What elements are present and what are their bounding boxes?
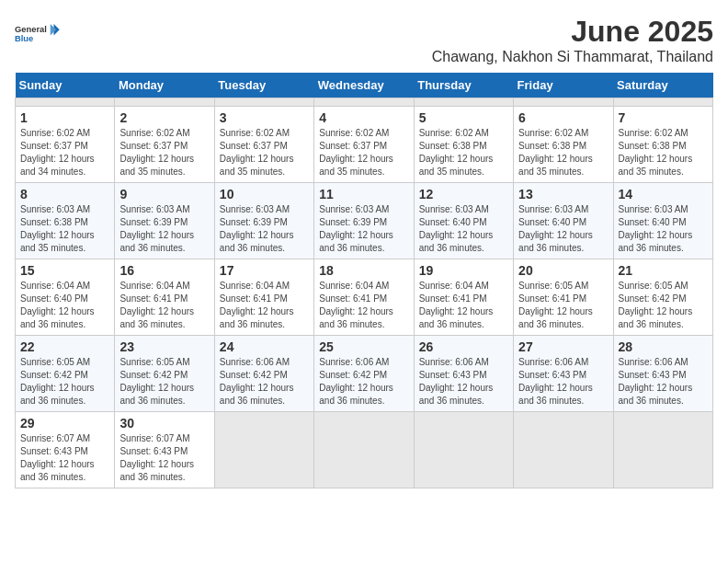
sunset-label: Sunset: 6:43 PM — [20, 446, 88, 456]
sunset-label: Sunset: 6:39 PM — [119, 217, 188, 227]
sunset-label: Sunset: 6:42 PM — [220, 370, 288, 380]
sunset-label: Sunset: 6:38 PM — [20, 217, 88, 227]
day-info: Sunrise: 6:02 AM Sunset: 6:37 PM Dayligh… — [20, 127, 109, 178]
sunrise-label: Sunrise: 6:05 AM — [518, 281, 588, 291]
month-title: June 2025 — [432, 15, 713, 49]
table-row: 13 Sunrise: 6:03 AM Sunset: 6:40 PM Dayl… — [514, 183, 613, 259]
table-row — [414, 98, 513, 107]
day-info: Sunrise: 6:04 AM Sunset: 6:41 PM Dayligh… — [319, 280, 408, 331]
daylight-label: Daylight: 12 hours and 36 minutes. — [518, 230, 593, 253]
sunrise-label: Sunrise: 6:02 AM — [220, 128, 290, 138]
table-row — [214, 98, 313, 107]
table-row: 12 Sunrise: 6:03 AM Sunset: 6:40 PM Dayl… — [414, 183, 513, 259]
calendar-week-row — [16, 98, 713, 107]
table-row: 1 Sunrise: 6:02 AM Sunset: 6:37 PM Dayli… — [16, 107, 115, 183]
day-info: Sunrise: 6:04 AM Sunset: 6:41 PM Dayligh… — [419, 280, 508, 331]
table-row — [16, 98, 115, 107]
table-row — [115, 98, 214, 107]
table-row: 23 Sunrise: 6:05 AM Sunset: 6:42 PM Dayl… — [115, 336, 214, 412]
day-number: 6 — [518, 110, 608, 125]
daylight-label: Daylight: 12 hours and 36 minutes. — [220, 230, 294, 253]
sunrise-label: Sunrise: 6:04 AM — [119, 281, 189, 291]
daylight-label: Daylight: 12 hours and 35 minutes. — [20, 230, 95, 253]
sunrise-label: Sunrise: 6:02 AM — [419, 128, 489, 138]
day-number: 25 — [319, 339, 408, 354]
sunset-label: Sunset: 6:37 PM — [220, 141, 288, 151]
day-info: Sunrise: 6:02 AM Sunset: 6:37 PM Dayligh… — [220, 127, 309, 178]
day-number: 2 — [119, 110, 209, 125]
sunset-label: Sunset: 6:37 PM — [119, 141, 188, 151]
sunrise-label: Sunrise: 6:03 AM — [20, 204, 90, 214]
table-row — [214, 412, 313, 488]
table-row: 6 Sunrise: 6:02 AM Sunset: 6:38 PM Dayli… — [514, 107, 613, 183]
sunset-label: Sunset: 6:41 PM — [119, 293, 188, 304]
sunrise-label: Sunrise: 6:04 AM — [20, 281, 90, 291]
table-row: 9 Sunrise: 6:03 AM Sunset: 6:39 PM Dayli… — [115, 183, 214, 259]
sunrise-label: Sunrise: 6:02 AM — [119, 128, 189, 138]
sunrise-label: Sunrise: 6:06 AM — [220, 357, 290, 367]
table-row: 24 Sunrise: 6:06 AM Sunset: 6:42 PM Dayl… — [214, 336, 313, 412]
daylight-label: Daylight: 12 hours and 36 minutes. — [419, 306, 494, 329]
page-header: General Blue June 2025 Chawang, Nakhon S… — [15, 15, 713, 65]
day-info: Sunrise: 6:02 AM Sunset: 6:38 PM Dayligh… — [518, 127, 608, 178]
sunrise-label: Sunrise: 6:06 AM — [319, 357, 389, 367]
sunset-label: Sunset: 6:43 PM — [119, 446, 188, 456]
calendar-header-row: Sunday Monday Tuesday Wednesday Thursday… — [16, 73, 713, 98]
table-row: 21 Sunrise: 6:05 AM Sunset: 6:42 PM Dayl… — [613, 259, 712, 336]
day-number: 5 — [419, 110, 508, 125]
day-number: 29 — [20, 416, 109, 431]
day-number: 12 — [419, 187, 508, 201]
daylight-label: Daylight: 12 hours and 36 minutes. — [220, 383, 294, 406]
sunset-label: Sunset: 6:40 PM — [518, 217, 586, 227]
col-sunday: Sunday — [16, 73, 115, 98]
table-row: 10 Sunrise: 6:03 AM Sunset: 6:39 PM Dayl… — [214, 183, 313, 259]
location-title: Chawang, Nakhon Si Thammarat, Thailand — [432, 49, 713, 65]
table-row: 19 Sunrise: 6:04 AM Sunset: 6:41 PM Dayl… — [414, 259, 513, 336]
day-number: 16 — [119, 263, 209, 278]
day-info: Sunrise: 6:03 AM Sunset: 6:40 PM Dayligh… — [518, 203, 608, 255]
day-info: Sunrise: 6:03 AM Sunset: 6:39 PM Dayligh… — [220, 203, 309, 255]
table-row: 28 Sunrise: 6:06 AM Sunset: 6:43 PM Dayl… — [613, 336, 712, 412]
table-row: 2 Sunrise: 6:02 AM Sunset: 6:37 PM Dayli… — [115, 107, 214, 183]
sunset-label: Sunset: 6:42 PM — [319, 370, 387, 380]
sunset-label: Sunset: 6:41 PM — [419, 293, 487, 304]
sunset-label: Sunset: 6:41 PM — [220, 293, 288, 304]
table-row: 18 Sunrise: 6:04 AM Sunset: 6:41 PM Dayl… — [314, 259, 414, 336]
sunset-label: Sunset: 6:40 PM — [20, 293, 88, 304]
calendar-week-row: 29 Sunrise: 6:07 AM Sunset: 6:43 PM Dayl… — [16, 412, 713, 488]
day-info: Sunrise: 6:05 AM Sunset: 6:42 PM Dayligh… — [619, 280, 708, 331]
day-info: Sunrise: 6:02 AM Sunset: 6:38 PM Dayligh… — [619, 127, 708, 178]
col-wednesday: Wednesday — [314, 73, 414, 98]
calendar-week-row: 8 Sunrise: 6:03 AM Sunset: 6:38 PM Dayli… — [16, 183, 713, 259]
table-row: 22 Sunrise: 6:05 AM Sunset: 6:42 PM Dayl… — [16, 336, 115, 412]
day-info: Sunrise: 6:06 AM Sunset: 6:43 PM Dayligh… — [419, 356, 508, 408]
sunrise-label: Sunrise: 6:03 AM — [220, 204, 290, 214]
day-info: Sunrise: 6:06 AM Sunset: 6:43 PM Dayligh… — [518, 356, 608, 408]
logo-svg: General Blue — [15, 15, 61, 52]
daylight-label: Daylight: 12 hours and 36 minutes. — [119, 306, 194, 329]
sunset-label: Sunset: 6:43 PM — [619, 370, 687, 380]
sunset-label: Sunset: 6:37 PM — [319, 141, 387, 151]
daylight-label: Daylight: 12 hours and 36 minutes. — [619, 383, 693, 406]
daylight-label: Daylight: 12 hours and 36 minutes. — [319, 230, 393, 253]
calendar-table: Sunday Monday Tuesday Wednesday Thursday… — [15, 73, 713, 488]
col-friday: Friday — [514, 73, 613, 98]
day-number: 30 — [119, 416, 209, 431]
sunrise-label: Sunrise: 6:03 AM — [619, 204, 688, 214]
col-tuesday: Tuesday — [214, 73, 313, 98]
day-number: 20 — [518, 263, 608, 278]
sunset-label: Sunset: 6:43 PM — [419, 370, 487, 380]
day-info: Sunrise: 6:03 AM Sunset: 6:40 PM Dayligh… — [419, 203, 508, 255]
daylight-label: Daylight: 12 hours and 36 minutes. — [419, 383, 494, 406]
day-info: Sunrise: 6:03 AM Sunset: 6:40 PM Dayligh… — [619, 203, 708, 255]
sunset-label: Sunset: 6:38 PM — [518, 141, 586, 151]
sunrise-label: Sunrise: 6:03 AM — [419, 204, 489, 214]
day-info: Sunrise: 6:02 AM Sunset: 6:38 PM Dayligh… — [419, 127, 508, 178]
day-number: 24 — [220, 339, 309, 354]
table-row: 27 Sunrise: 6:06 AM Sunset: 6:43 PM Dayl… — [514, 336, 613, 412]
daylight-label: Daylight: 12 hours and 36 minutes. — [220, 306, 294, 329]
day-number: 1 — [20, 110, 109, 125]
day-info: Sunrise: 6:05 AM Sunset: 6:42 PM Dayligh… — [20, 356, 109, 408]
table-row: 3 Sunrise: 6:02 AM Sunset: 6:37 PM Dayli… — [214, 107, 313, 183]
sunrise-label: Sunrise: 6:02 AM — [619, 128, 688, 138]
